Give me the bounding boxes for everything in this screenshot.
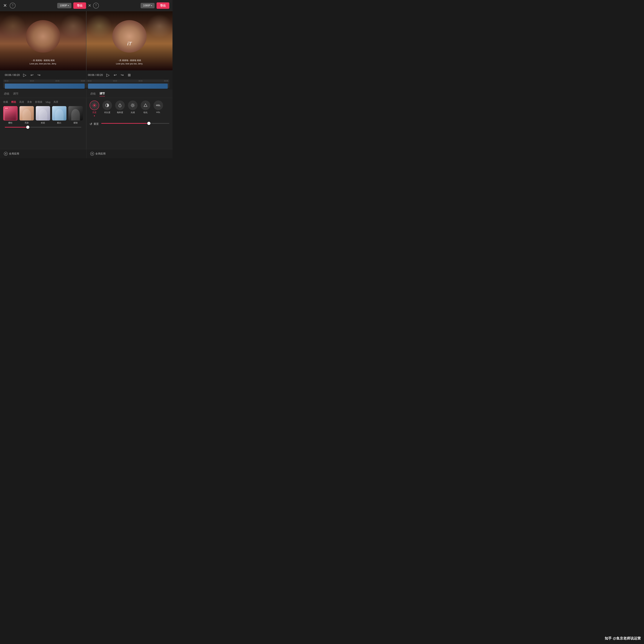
contrast-icon bbox=[105, 103, 109, 107]
it-text: iT bbox=[127, 41, 132, 47]
filter-cat-hd[interactable]: 高清 bbox=[19, 100, 24, 103]
filter-cat-collect[interactable]: 收藏 bbox=[3, 100, 8, 103]
filter-thumb-skin[interactable]: 亮肤 bbox=[19, 106, 34, 124]
saturation-icon bbox=[118, 103, 122, 107]
filter-cat-cinema[interactable]: 影视级 bbox=[35, 100, 42, 103]
brightness-slider-thumb[interactable] bbox=[147, 122, 150, 125]
tabs-panel-right: 虑镜 调节 bbox=[86, 89, 173, 98]
export-button-right[interactable]: 导出 bbox=[157, 2, 169, 9]
filter-img-skin bbox=[19, 106, 34, 120]
global-icon-left: ⊕ bbox=[4, 152, 8, 156]
timeline-ruler-right: 00:02 00:04 00:06 00:08 bbox=[86, 79, 169, 82]
help-button-center[interactable]: ? bbox=[93, 3, 99, 8]
export-button-center[interactable]: 导出 bbox=[73, 2, 86, 9]
timeline-track-right[interactable] bbox=[86, 83, 169, 88]
saturation-label: 饱和度 bbox=[117, 111, 123, 114]
brightness-label: 亮度 bbox=[92, 111, 96, 114]
sharpen-icon bbox=[143, 103, 148, 107]
saturation-icon-circle bbox=[115, 100, 125, 110]
timeline-track-left[interactable] bbox=[3, 83, 86, 88]
bottom-bar-right: ⊕ 全局应用 bbox=[86, 149, 173, 158]
time-display-left: 00:06 / 00:20 bbox=[5, 74, 20, 77]
filter-thumb-hard[interactable]: 硬朗 bbox=[68, 106, 83, 124]
timeline-controls-left: 00:06 / 00:20 ▷ ↩ ↪ bbox=[3, 72, 86, 78]
reset-slider-row: ↺ 重置 bbox=[90, 121, 169, 126]
adjust-contrast[interactable]: 对比度 bbox=[102, 100, 112, 116]
filter-intensity-track[interactable] bbox=[5, 127, 81, 127]
sharpen-icon-circle bbox=[141, 100, 150, 110]
redo-button-right[interactable]: ↪ bbox=[120, 72, 124, 78]
quality-button-center[interactable]: 1080P bbox=[57, 3, 71, 8]
filter-categories: 收藏 精选 高清 美食 影视级 Vlog 风景 bbox=[3, 100, 83, 103]
global-apply-label-left: 全局应用 bbox=[9, 152, 19, 155]
tabs-area: 虑镜 调节 虑镜 调节 bbox=[0, 89, 173, 98]
brightness-slider-fill bbox=[101, 123, 149, 124]
play-button-left[interactable]: ▷ bbox=[23, 72, 27, 78]
brightness-dot bbox=[94, 115, 95, 116]
undo-button-right[interactable]: ↩ bbox=[113, 72, 117, 78]
close-button[interactable]: ✕ bbox=[3, 3, 7, 8]
reset-button[interactable]: ↺ 重置 bbox=[90, 122, 99, 126]
brightness-icon bbox=[92, 103, 97, 107]
brightness-slider-track[interactable] bbox=[101, 123, 169, 124]
filter-cat-scenery[interactable]: 风景 bbox=[54, 100, 58, 103]
timeline-panel-right: 00:06 / 00:20 ▷ ↩ ↪ ⊞ 00:02 00:04 00:06 … bbox=[86, 70, 169, 89]
filter-thumb-cherry[interactable]: new 樱粉 bbox=[3, 106, 18, 124]
hsl-label: HSL bbox=[156, 111, 160, 113]
extra-button-right[interactable]: ⊞ bbox=[127, 72, 131, 78]
timeline-marks-left: 00:02 00:04 00:06 00:08 bbox=[4, 80, 85, 82]
undo-button-left[interactable]: ↩ bbox=[30, 72, 34, 78]
svg-line-17 bbox=[134, 106, 134, 107]
tab-adjust-right[interactable]: 调节 bbox=[100, 91, 105, 96]
brightness-icon-circle bbox=[90, 100, 99, 110]
hsl-icon-circle: HSL bbox=[153, 100, 163, 110]
film-frame-right: iT Love you, love you too, Jerry. - 杰 就就… bbox=[86, 11, 173, 70]
filter-img-porcelain bbox=[36, 106, 50, 120]
film-frame-left: Love you, love you too, Jerry. - 杰 就就地 -… bbox=[0, 11, 86, 70]
top-bar-right: 1080P 导出 bbox=[141, 2, 169, 9]
contrast-label: 对比度 bbox=[104, 111, 110, 114]
reset-icon: ↺ bbox=[90, 122, 92, 126]
filter-thumb-porcelain[interactable]: 粉瓷 bbox=[36, 106, 50, 124]
svg-line-19 bbox=[131, 106, 132, 107]
filter-thumb-coolwhite[interactable]: 酷白 bbox=[52, 106, 66, 124]
timeline-panel-left: 00:06 / 00:20 ▷ ↩ ↪ 00:02 00:04 00:06 00… bbox=[3, 70, 86, 89]
adjust-light[interactable]: 光感 bbox=[128, 100, 138, 116]
filter-intensity-slider-container bbox=[3, 127, 83, 129]
preview-area: Love you, love you too, Jerry. - 杰 就就地 -… bbox=[0, 11, 173, 70]
svg-point-0 bbox=[94, 104, 95, 106]
filter-cat-featured[interactable]: 精选 bbox=[11, 100, 16, 103]
global-apply-right[interactable]: ⊕ 全局应用 bbox=[90, 152, 106, 156]
filter-label-porcelain: 粉瓷 bbox=[41, 121, 45, 124]
adjust-sharpen[interactable]: 锐化 bbox=[141, 100, 150, 116]
adjust-hsl[interactable]: HSL HSL bbox=[153, 100, 163, 116]
svg-line-5 bbox=[93, 104, 94, 104]
tab-adjust-left[interactable]: 调节 bbox=[13, 91, 19, 96]
subtitle-left: Love you, love you too, Jerry. - 杰 就就地 -… bbox=[0, 59, 86, 65]
filter-label-coolwhite: 酷白 bbox=[57, 121, 61, 124]
filter-label-hard: 硬朗 bbox=[73, 121, 78, 124]
filter-intensity-thumb[interactable] bbox=[26, 126, 29, 129]
svg-line-6 bbox=[95, 106, 96, 107]
timeline-area: 00:06 / 00:20 ▷ ↩ ↪ 00:02 00:04 00:06 00… bbox=[0, 70, 173, 89]
filter-cat-vlog[interactable]: Vlog bbox=[46, 101, 50, 103]
filter-img-coolwhite bbox=[52, 106, 66, 120]
quality-button-right[interactable]: 1080P bbox=[141, 3, 155, 8]
tab-filter-right[interactable]: 虑镜 bbox=[90, 91, 96, 96]
redo-button-left[interactable]: ↪ bbox=[37, 72, 41, 78]
svg-marker-20 bbox=[144, 104, 147, 107]
global-apply-label-right: 全局应用 bbox=[95, 152, 106, 155]
filter-panel: 收藏 精选 高清 美食 影视级 Vlog 风景 new 樱粉 亮肤 bbox=[0, 98, 86, 149]
tab-filter-left[interactable]: 虑镜 bbox=[4, 91, 9, 96]
svg-line-7 bbox=[95, 104, 96, 104]
global-apply-left[interactable]: ⊕ 全局应用 bbox=[4, 152, 19, 156]
adjust-brightness[interactable]: 亮度 bbox=[90, 100, 99, 116]
adjust-saturation[interactable]: 饱和度 bbox=[115, 100, 125, 116]
adjust-panel: 亮度 对比度 bbox=[86, 98, 173, 149]
filter-cat-food[interactable]: 美食 bbox=[27, 100, 32, 103]
play-button-right[interactable]: ▷ bbox=[106, 72, 110, 78]
filter-thumbnails: new 樱粉 亮肤 粉瓷 bbox=[3, 106, 83, 124]
top-bar-left: ✕ ? bbox=[3, 3, 15, 8]
help-button-left[interactable]: ? bbox=[10, 3, 15, 8]
export-close-icon[interactable]: ✕ bbox=[88, 3, 91, 8]
